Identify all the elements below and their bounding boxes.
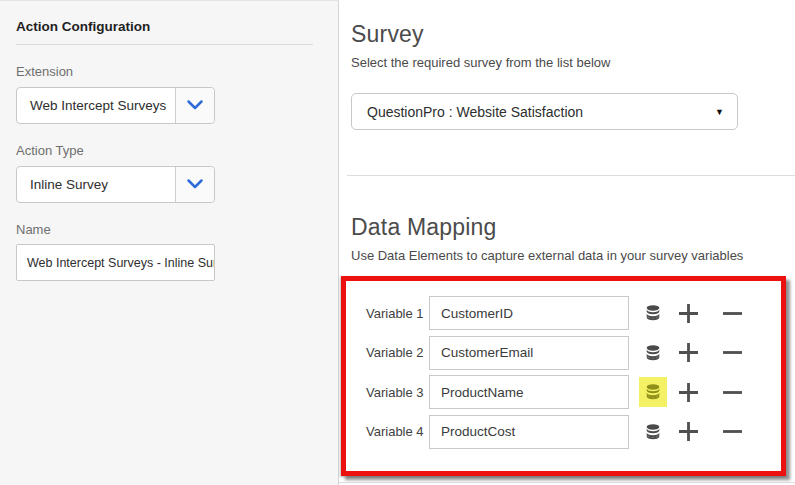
database-icon [646,305,660,321]
survey-select-value: QuestionPro : Website Satisfaction [367,104,583,120]
extension-dropdown-button[interactable] [175,88,214,123]
data-mapping-heading: Data Mapping [351,214,795,241]
add-variable-button[interactable] [676,419,701,444]
extension-dropdown-value: Web Intercept Surveys [17,88,175,123]
data-element-picker-button[interactable] [639,417,667,447]
remove-variable-button[interactable] [720,340,745,365]
action-type-dropdown[interactable]: Inline Survey [16,166,215,203]
survey-heading: Survey [351,21,795,48]
variable-row-1: Variable 1 [366,296,781,330]
minus-icon [721,381,744,404]
variable-row-4: Variable 4 [366,415,781,449]
variable-3-input[interactable] [429,375,629,409]
data-element-picker-button[interactable] [639,338,667,368]
survey-select[interactable]: QuestionPro : Website Satisfaction ▼ [351,93,738,130]
variable-2-input[interactable] [429,336,629,370]
action-configuration-panel: Action Configuration Extension Web Inter… [0,0,339,485]
variable-row-3: Variable 3 [366,375,781,409]
name-label: Name [16,222,322,237]
add-variable-button[interactable] [676,301,701,326]
action-type-dropdown-button[interactable] [175,167,214,202]
survey-subtitle: Select the required survey from the list… [351,55,795,70]
data-element-picker-button-highlighted[interactable] [639,377,667,407]
name-input[interactable] [16,244,215,281]
variable-1-input[interactable] [429,296,629,330]
data-mapping-annotation-box: Variable 1 Variable 2 [341,276,786,476]
plus-icon [677,302,700,325]
database-icon [646,424,660,440]
action-settings-panel: Survey Select the required survey from t… [339,0,795,485]
plus-icon [677,420,700,443]
database-icon [646,384,660,400]
variable-row-2: Variable 2 [366,336,781,370]
remove-variable-button[interactable] [720,301,745,326]
variable-1-label: Variable 1 [366,306,429,321]
add-variable-button[interactable] [676,340,701,365]
action-type-dropdown-value: Inline Survey [17,167,175,202]
minus-icon [721,302,744,325]
remove-variable-button[interactable] [720,419,745,444]
minus-icon [721,341,744,364]
variable-2-label: Variable 2 [366,345,429,360]
remove-variable-button[interactable] [720,380,745,405]
add-variable-button[interactable] [676,380,701,405]
data-mapping-subtitle: Use Data Elements to capture external da… [351,248,795,263]
variable-3-label: Variable 3 [366,385,429,400]
data-element-picker-button[interactable] [639,298,667,328]
chevron-down-icon [186,176,204,194]
action-type-label: Action Type [16,143,322,158]
chevron-down-icon [186,97,204,115]
caret-down-icon: ▼ [715,107,724,117]
extension-label: Extension [16,64,322,79]
extension-dropdown[interactable]: Web Intercept Surveys [16,87,215,124]
plus-icon [677,381,700,404]
divider [16,44,313,45]
divider [339,482,795,483]
minus-icon [721,420,744,443]
variable-4-input[interactable] [429,415,629,449]
divider [347,175,795,176]
variable-4-label: Variable 4 [366,424,429,439]
database-icon [646,345,660,361]
panel-title: Action Configuration [16,19,322,34]
plus-icon [677,341,700,364]
